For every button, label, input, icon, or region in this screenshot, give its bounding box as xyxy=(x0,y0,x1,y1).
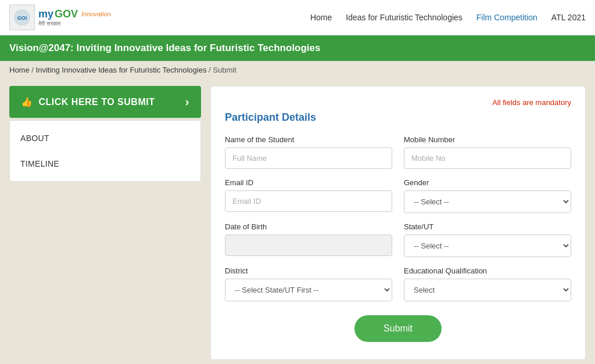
nav-ideas[interactable]: Ideas for Futuristic Technologies xyxy=(346,13,463,22)
state-label: State/UT xyxy=(404,222,571,231)
student-name-input[interactable] xyxy=(225,147,392,169)
nav-home[interactable]: Home xyxy=(310,13,332,22)
mobile-input[interactable] xyxy=(404,147,571,169)
gender-select[interactable]: -- Select -- Male Female Other xyxy=(404,190,571,213)
breadcrumb-sep1: / xyxy=(31,66,35,74)
breadcrumb-home[interactable]: Home xyxy=(9,66,30,74)
logo-area: GOI my GOV Innovation मेरी सरकार xyxy=(9,5,111,30)
dob-group: Date of Birth xyxy=(225,222,392,257)
email-input[interactable] xyxy=(225,190,392,212)
main-layout: 👍 CLICK HERE TO SUBMIT › ABOUT TIMELINE … xyxy=(0,79,595,364)
state-group: State/UT -- Select -- xyxy=(404,222,571,257)
sidebar: 👍 CLICK HERE TO SUBMIT › ABOUT TIMELINE xyxy=(9,86,201,182)
arrow-icon: › xyxy=(185,95,189,109)
district-select[interactable]: -- Select State/UT First -- xyxy=(225,279,392,301)
form-title: Participant Details xyxy=(225,111,571,124)
state-select[interactable]: -- Select -- xyxy=(404,235,571,257)
nav-atl[interactable]: ATL 2021 xyxy=(551,13,586,22)
govt-logo: GOI xyxy=(9,5,35,30)
email-group: Email ID xyxy=(225,178,392,213)
submit-icon: 👍 xyxy=(21,96,33,107)
header: GOI my GOV Innovation मेरी सरकार Home Id… xyxy=(0,0,595,35)
student-name-label: Name of the Student xyxy=(225,135,392,144)
submit-btn-label: CLICK HERE TO SUBMIT xyxy=(39,97,155,107)
sidebar-item-timeline[interactable]: TIMELINE xyxy=(10,151,200,176)
click-to-submit-button[interactable]: 👍 CLICK HERE TO SUBMIT › xyxy=(9,86,201,118)
gender-label: Gender xyxy=(404,178,571,187)
form-row-2: Email ID Gender -- Select -- Male Female… xyxy=(225,178,571,213)
banner-text: Vision@2047: Inviting Innovative Ideas f… xyxy=(9,42,321,53)
form-row-1: Name of the Student Mobile Number xyxy=(225,135,571,169)
form-row-3: Date of Birth State/UT -- Select -- xyxy=(225,222,571,257)
breadcrumb: Home / Inviting Innovative Ideas for Fut… xyxy=(0,61,595,79)
district-label: District xyxy=(225,266,392,275)
form-submit-button[interactable]: Submit xyxy=(354,315,442,342)
svg-text:GOI: GOI xyxy=(17,15,27,21)
mygov-gov: GOV xyxy=(55,8,78,20)
main-nav: Home Ideas for Futuristic Technologies F… xyxy=(310,13,586,22)
dob-input[interactable] xyxy=(225,235,392,256)
mygov-tagline: मेरी सरकार xyxy=(38,20,111,27)
page-banner: Vision@2047: Inviting Innovative Ideas f… xyxy=(0,35,595,61)
submit-row: Submit xyxy=(225,315,571,342)
sidebar-menu: ABOUT TIMELINE xyxy=(9,120,201,182)
innovation-label: Innovation xyxy=(81,10,111,17)
dob-label: Date of Birth xyxy=(225,222,392,231)
mobile-label: Mobile Number xyxy=(404,135,571,144)
district-group: District -- Select State/UT First -- xyxy=(225,266,392,301)
edu-label: Educational Qualification xyxy=(404,266,571,275)
sidebar-item-about[interactable]: ABOUT xyxy=(10,125,200,151)
edu-group: Educational Qualification Select Primary… xyxy=(404,266,571,301)
edu-select[interactable]: Select Primary Secondary Graduate Post G… xyxy=(404,279,571,301)
breadcrumb-submit: Submit xyxy=(213,66,236,74)
nav-film[interactable]: Film Competition xyxy=(476,13,537,22)
email-label: Email ID xyxy=(225,178,392,187)
breadcrumb-ideas[interactable]: Inviting Innovative Ideas for Futuristic… xyxy=(36,66,207,74)
mandatory-note: All fields are mandatory xyxy=(225,98,571,107)
mobile-group: Mobile Number xyxy=(404,135,571,169)
gender-group: Gender -- Select -- Male Female Other xyxy=(404,178,571,213)
form-row-4: District -- Select State/UT First -- Edu… xyxy=(225,266,571,301)
mygov-text: my xyxy=(38,8,53,20)
mygov-branding: my GOV Innovation मेरी सरकार xyxy=(38,8,111,27)
form-panel: All fields are mandatory Participant Det… xyxy=(210,86,586,360)
name-group: Name of the Student xyxy=(225,135,392,169)
